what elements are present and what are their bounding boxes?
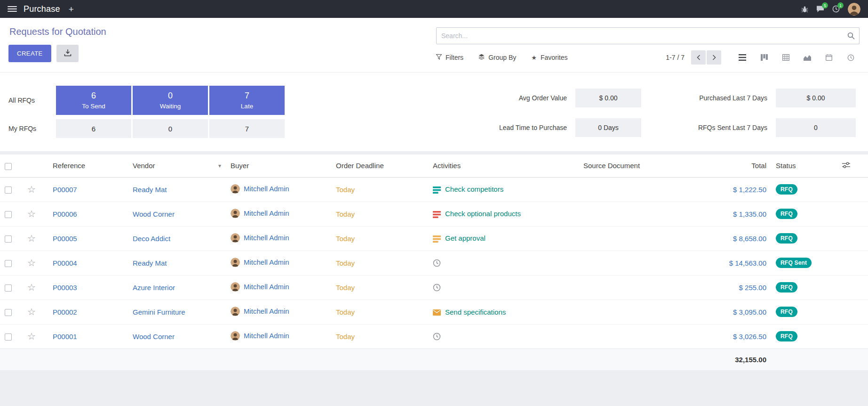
- reference-link[interactable]: P00003: [53, 284, 77, 292]
- vendor-link[interactable]: Azure Interior: [133, 284, 175, 292]
- activity-view-icon[interactable]: [842, 50, 860, 65]
- header-total[interactable]: Total: [677, 154, 771, 178]
- search-input[interactable]: [436, 27, 860, 44]
- control-panel-buttons: Filters Group By ★ Favorites 1-7 / 7: [436, 50, 860, 65]
- kanban-view-icon[interactable]: [755, 50, 773, 65]
- buyer-link[interactable]: Mitchell Admin: [244, 185, 289, 193]
- row-checkbox[interactable]: [5, 211, 12, 218]
- buyer-link[interactable]: Mitchell Admin: [244, 332, 289, 340]
- filters-button[interactable]: Filters: [436, 54, 463, 61]
- buyer-link[interactable]: Mitchell Admin: [244, 258, 289, 266]
- messages-icon[interactable]: 5: [816, 5, 824, 13]
- favorite-star-icon[interactable]: ☆: [27, 184, 36, 195]
- order-deadline: Today: [336, 308, 355, 316]
- source-document-cell: [579, 202, 677, 226]
- create-button[interactable]: CREATE: [8, 45, 51, 62]
- activity-list-icon[interactable]: [433, 211, 441, 218]
- dash-waiting[interactable]: 0 Waiting: [133, 86, 208, 115]
- activities-clock-icon[interactable]: 1: [832, 5, 840, 13]
- graph-view-icon[interactable]: [798, 50, 816, 65]
- favorites-button[interactable]: ★ Favorites: [531, 54, 567, 61]
- apps-menu-icon[interactable]: [8, 6, 17, 12]
- favorite-star-icon[interactable]: ☆: [27, 209, 36, 219]
- favorite-star-icon[interactable]: ☆: [27, 282, 36, 292]
- app-title[interactable]: Purchase: [24, 4, 60, 14]
- table-row[interactable]: ☆P00001Wood CornerMitchell AdminToday$ 3…: [0, 324, 868, 349]
- header-status[interactable]: Status: [771, 154, 828, 178]
- favorite-star-icon[interactable]: ☆: [27, 307, 36, 317]
- favorite-star-icon[interactable]: ☆: [27, 331, 36, 341]
- reference-link[interactable]: P00005: [53, 235, 77, 243]
- optional-columns-icon[interactable]: [842, 162, 850, 168]
- systray: 5 1: [801, 3, 860, 16]
- buyer-link[interactable]: Mitchell Admin: [244, 283, 289, 291]
- vendor-link[interactable]: Wood Corner: [133, 210, 175, 218]
- export-button[interactable]: [56, 45, 79, 62]
- row-checkbox[interactable]: [5, 187, 12, 194]
- favorite-star-icon[interactable]: ☆: [27, 233, 36, 244]
- header-vendor[interactable]: Vendor▾: [128, 154, 226, 178]
- vendor-link[interactable]: Ready Mat: [133, 259, 167, 267]
- vendor-link[interactable]: Ready Mat: [133, 186, 167, 194]
- page-title: Requests for Quotation: [9, 26, 106, 37]
- plus-icon[interactable]: +: [69, 5, 74, 14]
- row-checkbox[interactable]: [5, 309, 12, 316]
- header-activities[interactable]: Activities: [428, 154, 579, 178]
- favorite-cell: ☆: [23, 275, 48, 300]
- dash-my-late[interactable]: 7: [209, 119, 285, 138]
- favorite-star-icon[interactable]: ☆: [27, 258, 36, 268]
- header-source-document[interactable]: Source Document: [579, 154, 677, 178]
- list-view-icon[interactable]: [733, 50, 751, 65]
- row-select-cell: [0, 251, 23, 275]
- header-order-deadline[interactable]: Order Deadline: [331, 154, 428, 178]
- dash-late[interactable]: 7 Late: [209, 86, 285, 115]
- row-checkbox[interactable]: [5, 235, 12, 243]
- activity-list-icon[interactable]: [433, 235, 441, 243]
- activity-clock-icon[interactable]: [433, 333, 441, 341]
- header-reference[interactable]: Reference: [48, 154, 128, 178]
- reference-link[interactable]: P00004: [53, 259, 77, 267]
- pager-previous-button[interactable]: [691, 50, 706, 65]
- activity-clock-icon[interactable]: [433, 284, 441, 292]
- dash-to-send[interactable]: 6 To Send: [56, 86, 131, 115]
- table-row[interactable]: ☆P00003Azure InteriorMitchell AdminToday…: [0, 275, 868, 300]
- vendor-link[interactable]: Wood Corner: [133, 333, 175, 341]
- table-row[interactable]: ☆P00007Ready MatMitchell AdminTodayCheck…: [0, 177, 868, 202]
- table-row[interactable]: ☆P00005Deco AddictMitchell AdminTodayGet…: [0, 226, 868, 251]
- activity-label[interactable]: Check competitors: [445, 185, 503, 193]
- calendar-view-icon[interactable]: [820, 50, 838, 65]
- activity-label[interactable]: Send specifications: [445, 308, 506, 316]
- reference-link[interactable]: P00002: [53, 308, 77, 316]
- reference-link[interactable]: P00001: [53, 333, 77, 341]
- buyer-link[interactable]: Mitchell Admin: [244, 307, 289, 315]
- group-by-button[interactable]: Group By: [478, 54, 516, 61]
- table-row[interactable]: ☆P00006Wood CornerMitchell AdminTodayChe…: [0, 202, 868, 226]
- buyer-link[interactable]: Mitchell Admin: [244, 209, 289, 217]
- activity-envelope-icon[interactable]: [433, 309, 441, 316]
- activity-list-icon[interactable]: [433, 187, 441, 194]
- select-all-checkbox[interactable]: [5, 163, 12, 170]
- search-icon[interactable]: [847, 32, 855, 41]
- reference-link[interactable]: P00006: [53, 210, 77, 218]
- pager-next-button[interactable]: [707, 50, 721, 65]
- debug-bug-icon[interactable]: [801, 6, 808, 13]
- row-checkbox[interactable]: [5, 333, 12, 341]
- source-document-cell: [579, 300, 677, 324]
- row-checkbox[interactable]: [5, 284, 12, 292]
- dash-my-to-send[interactable]: 6: [56, 119, 131, 138]
- vendor-link[interactable]: Gemini Furniture: [133, 308, 185, 316]
- header-buyer[interactable]: Buyer: [226, 154, 331, 178]
- vendor-link[interactable]: Deco Addict: [133, 235, 170, 243]
- activity-clock-icon[interactable]: [433, 259, 441, 267]
- table-row[interactable]: ☆P00002Gemini FurnitureMitchell AdminTod…: [0, 300, 868, 324]
- dash-my-waiting[interactable]: 0: [133, 119, 208, 138]
- reference-link[interactable]: P00007: [53, 186, 77, 194]
- row-checkbox[interactable]: [5, 260, 12, 267]
- buyer-link[interactable]: Mitchell Admin: [244, 234, 289, 242]
- pivot-view-icon[interactable]: [777, 50, 795, 65]
- source-document-cell: [579, 226, 677, 251]
- activity-label[interactable]: Get approval: [445, 234, 486, 242]
- user-avatar[interactable]: [848, 3, 860, 16]
- table-row[interactable]: ☆P00004Ready MatMitchell AdminToday$ 14,…: [0, 251, 868, 275]
- activity-label[interactable]: Check optional products: [445, 210, 521, 218]
